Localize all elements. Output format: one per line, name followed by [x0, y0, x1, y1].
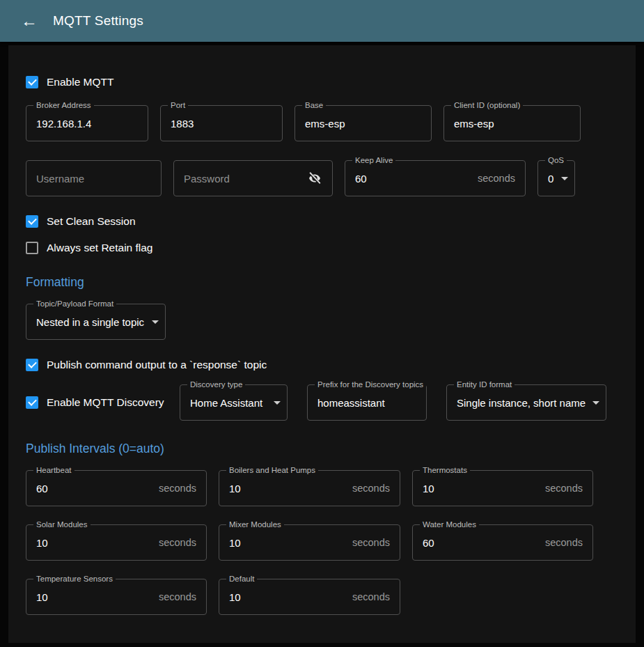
field-label: Discovery type [187, 380, 245, 389]
field-label: Broker Address [33, 101, 94, 110]
checkbox-label: Always set Retain flag [47, 242, 153, 254]
field-value: ems-esp [305, 118, 345, 130]
field-label: Mixer Modules [226, 520, 284, 529]
mqtt-settings-panel: Enable MQTT Broker Address 192.168.1.4 P… [8, 45, 636, 643]
client-id-field[interactable]: Client ID (optional) ems-esp [443, 105, 581, 141]
checkbox-label: Enable MQTT [47, 76, 113, 88]
field-value: 10 [229, 537, 241, 549]
dropdown-caret-icon [561, 177, 568, 180]
base-field[interactable]: Base ems-esp [294, 105, 432, 141]
unit-adornment: seconds [159, 483, 196, 494]
dropdown-caret-icon [592, 401, 599, 405]
field-value: 1883 [171, 118, 194, 130]
field-value: 10 [36, 591, 48, 603]
unit-adornment: seconds [352, 591, 390, 602]
field-label: Client ID (optional) [451, 101, 523, 110]
field-label: Boilers and Heat Pumps [226, 466, 318, 475]
field-label: Entity ID format [454, 380, 515, 389]
publish-intervals-grid: Heartbeat 60 seconds Boilers and Heat Pu… [26, 470, 618, 615]
broker-address-field[interactable]: Broker Address 192.168.1.4 [26, 105, 148, 141]
topic-payload-format-select[interactable]: Topic/Payload Format Nested in a single … [26, 304, 166, 340]
checkbox-label: Set Clean Session [47, 215, 136, 228]
field-label: Default [226, 575, 257, 584]
app-bar: ← MQTT Settings [0, 0, 644, 42]
field-label: QoS [545, 156, 567, 165]
unit-adornment: seconds [159, 591, 196, 602]
field-value: 192.168.1.4 [36, 118, 91, 130]
field-label: Thermostats [420, 466, 470, 475]
unit-adornment: seconds [545, 483, 583, 494]
publish-response-checkbox[interactable]: Publish command output to a `response` t… [26, 359, 618, 371]
credentials-fields-row: Username Password Keep Alive 60 seconds … [26, 160, 618, 196]
field-placeholder: Username [36, 173, 84, 185]
visibility-off-icon[interactable] [307, 171, 322, 186]
mixer-interval-field[interactable]: Mixer Modules 10 seconds [219, 524, 400, 561]
unit-adornment: seconds [352, 483, 390, 494]
checkbox-icon [26, 76, 38, 88]
retain-flag-checkbox[interactable]: Always set Retain flag [26, 242, 618, 254]
unit-adornment: seconds [545, 537, 583, 548]
solar-interval-field[interactable]: Solar Modules 10 seconds [26, 524, 207, 561]
field-value: Single instance, short name [457, 397, 586, 409]
topic-format-row: Topic/Payload Format Nested in a single … [26, 304, 618, 340]
field-label: Water Modules [420, 520, 479, 529]
field-value: 0 [548, 173, 553, 185]
default-interval-field[interactable]: Default 10 seconds [219, 579, 400, 615]
field-placeholder: Password [184, 173, 230, 185]
field-label: Solar Modules [33, 520, 91, 529]
qos-select[interactable]: QoS 0 [537, 160, 575, 196]
field-label: Heartbeat [33, 466, 74, 475]
field-value: 10 [229, 591, 241, 603]
unit-adornment: seconds [352, 537, 390, 548]
water-interval-field[interactable]: Water Modules 60 seconds [412, 524, 593, 561]
field-value: Home Assistant [190, 397, 262, 409]
unit-adornment: seconds [159, 537, 196, 548]
field-label: Temperature Sensors [33, 575, 116, 584]
field-value: 60 [355, 173, 367, 185]
username-field[interactable]: Username [26, 160, 162, 196]
enable-discovery-checkbox[interactable]: Enable MQTT Discovery [26, 396, 180, 409]
discovery-type-select[interactable]: Discovery type Home Assistant [180, 384, 288, 421]
field-label: Base [302, 101, 326, 110]
enable-mqtt-checkbox[interactable]: Enable MQTT [26, 76, 618, 88]
temperature-sensors-interval-field[interactable]: Temperature Sensors 10 seconds [26, 579, 207, 615]
field-value: ems-esp [454, 118, 494, 130]
checkbox-icon [26, 215, 38, 228]
back-arrow-icon[interactable]: ← [15, 7, 43, 35]
thermostats-interval-field[interactable]: Thermostats 10 seconds [412, 470, 593, 506]
field-label: Topic/Payload Format [33, 299, 116, 309]
field-value: 10 [423, 483, 434, 494]
connection-fields-row: Broker Address 192.168.1.4 Port 1883 Bas… [26, 105, 618, 141]
checkbox-label: Enable MQTT Discovery [47, 396, 164, 409]
page-title: MQTT Settings [53, 13, 143, 29]
formatting-heading: Formatting [26, 275, 618, 290]
keep-alive-field[interactable]: Keep Alive 60 seconds [345, 160, 526, 196]
field-value: Nested in a single topic [36, 316, 144, 328]
field-value: 60 [36, 483, 48, 494]
field-label: Port [168, 101, 188, 110]
unit-adornment: seconds [478, 173, 515, 184]
field-value: homeassistant [317, 397, 385, 409]
discovery-prefix-field[interactable]: Prefix for the Discovery topics homeassi… [307, 384, 427, 421]
boilers-interval-field[interactable]: Boilers and Heat Pumps 10 seconds [219, 470, 400, 506]
field-label: Prefix for the Discovery topics [315, 380, 426, 389]
field-value: 10 [36, 537, 48, 549]
dropdown-caret-icon [152, 320, 159, 324]
field-value: 10 [229, 483, 241, 494]
field-value: 60 [423, 537, 434, 549]
field-label: Keep Alive [352, 156, 395, 165]
entity-id-format-select[interactable]: Entity ID format Single instance, short … [446, 384, 606, 421]
heartbeat-interval-field[interactable]: Heartbeat 60 seconds [26, 470, 207, 506]
clean-session-checkbox[interactable]: Set Clean Session [26, 215, 618, 228]
checkbox-icon [26, 396, 38, 409]
publish-intervals-heading: Publish Intervals (0=auto) [26, 442, 618, 456]
checkbox-icon [26, 359, 38, 371]
dropdown-caret-icon [274, 401, 281, 405]
port-field[interactable]: Port 1883 [160, 105, 283, 141]
password-field[interactable]: Password [173, 160, 333, 196]
checkbox-label: Publish command output to a `response` t… [47, 359, 267, 371]
checkbox-icon [26, 242, 38, 254]
discovery-row: Enable MQTT Discovery Discovery type Hom… [26, 384, 618, 421]
